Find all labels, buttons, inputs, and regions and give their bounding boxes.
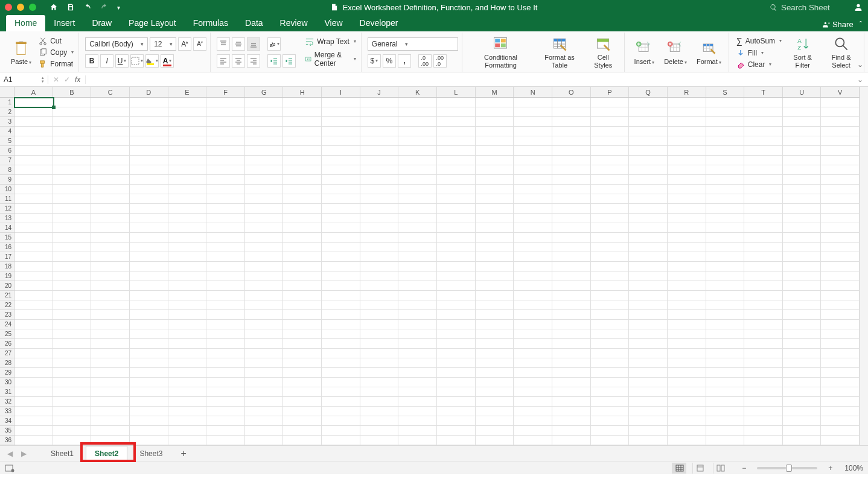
align-bottom-button[interactable] [247, 37, 260, 51]
col-header-L[interactable]: L [437, 87, 476, 97]
fill-color-button[interactable] [145, 54, 159, 68]
increase-decimal-button[interactable]: .0.00 [418, 54, 432, 68]
delete-cells-button[interactable]: Delete [660, 39, 691, 66]
col-header-O[interactable]: O [552, 87, 591, 97]
account-icon[interactable] [854, 2, 863, 12]
sheet-tab-2[interactable]: Sheet2 [86, 446, 127, 461]
col-header-V[interactable]: V [821, 87, 860, 97]
tab-formulas[interactable]: Formulas [185, 15, 237, 31]
tab-view[interactable]: View [316, 15, 351, 31]
align-top-button[interactable] [217, 37, 230, 51]
tab-home[interactable]: Home [6, 15, 45, 31]
expand-formula-bar-icon[interactable]: ⌄ [852, 75, 868, 84]
sheet-nav-prev[interactable]: ◀ [5, 449, 15, 458]
increase-indent-button[interactable] [282, 54, 296, 68]
tab-page-layout[interactable]: Page Layout [120, 15, 185, 31]
home-icon[interactable] [49, 3, 58, 11]
row-header-14[interactable]: 14 [0, 223, 14, 233]
find-select-button[interactable]: Find & Select [822, 34, 860, 69]
increase-font-button[interactable]: A▴ [178, 37, 191, 51]
row-header-29[interactable]: 29 [0, 368, 14, 378]
number-format-dropdown[interactable]: General▾ [368, 37, 458, 51]
row-header-11[interactable]: 11 [0, 194, 14, 204]
row-header-8[interactable]: 8 [0, 165, 14, 175]
row-header-3[interactable]: 3 [0, 117, 14, 127]
row-header-1[interactable]: 1 [0, 98, 14, 107]
borders-button[interactable] [130, 54, 144, 68]
col-header-J[interactable]: J [360, 87, 399, 97]
col-header-I[interactable]: I [322, 87, 360, 97]
font-color-button[interactable]: A [161, 54, 174, 68]
maximize-window[interactable] [29, 4, 36, 11]
col-header-C[interactable]: C [91, 87, 130, 97]
row-header-36[interactable]: 36 [0, 436, 14, 445]
align-left-button[interactable] [217, 54, 230, 68]
comma-button[interactable]: , [398, 54, 411, 68]
row-header-18[interactable]: 18 [0, 262, 14, 271]
decrease-font-button[interactable]: A▾ [193, 37, 206, 51]
row-header-25[interactable]: 25 [0, 329, 14, 339]
italic-button[interactable]: I [100, 54, 113, 68]
row-header-7[interactable]: 7 [0, 156, 14, 165]
underline-button[interactable]: U [115, 54, 129, 68]
row-header-31[interactable]: 31 [0, 387, 14, 397]
normal-view-button[interactable] [672, 463, 686, 474]
decrease-decimal-button[interactable]: .00.0 [433, 54, 447, 68]
row-header-34[interactable]: 34 [0, 416, 14, 426]
name-box-stepper-icon[interactable]: ▴▾ [42, 76, 44, 83]
active-cell[interactable] [14, 98, 54, 107]
sheet-nav-next[interactable]: ▶ [19, 449, 29, 458]
row-header-24[interactable]: 24 [0, 320, 14, 329]
merge-center-button[interactable]: Merge & Center [304, 50, 357, 68]
row-header-33[interactable]: 33 [0, 407, 14, 416]
tab-developer[interactable]: Developer [351, 15, 407, 31]
clear-button[interactable]: Clear [735, 60, 783, 69]
row-header-26[interactable]: 26 [0, 339, 14, 349]
col-header-R[interactable]: R [668, 87, 706, 97]
col-header-A[interactable]: A [14, 87, 53, 97]
row-header-22[interactable]: 22 [0, 300, 14, 310]
select-all-corner[interactable] [0, 87, 14, 98]
row-header-20[interactable]: 20 [0, 281, 14, 291]
zoom-out-button[interactable]: − [742, 464, 746, 472]
qat-dropdown-icon[interactable]: ▾ [117, 4, 120, 11]
row-header-35[interactable]: 35 [0, 426, 14, 436]
fill-button[interactable]: Fill [735, 48, 783, 58]
col-header-P[interactable]: P [591, 87, 630, 97]
col-header-E[interactable]: E [168, 87, 207, 97]
col-header-N[interactable]: N [514, 87, 552, 97]
vertical-scrollbar[interactable] [860, 87, 868, 445]
name-box[interactable]: A1 ▴▾ [0, 75, 48, 84]
row-header-30[interactable]: 30 [0, 378, 14, 387]
row-header-2[interactable]: 2 [0, 107, 14, 117]
orientation-button[interactable]: ab [267, 37, 281, 51]
insert-cells-button[interactable]: Insert [631, 39, 659, 66]
undo-icon[interactable] [83, 3, 92, 11]
col-header-K[interactable]: K [398, 87, 437, 97]
col-header-Q[interactable]: Q [629, 87, 668, 97]
autosum-button[interactable]: ∑AutoSum [735, 36, 783, 46]
col-header-T[interactable]: T [744, 87, 783, 97]
cell-styles-button[interactable]: Cell Styles [586, 34, 621, 69]
sheet-tab-3[interactable]: Sheet3 [131, 446, 171, 461]
redo-icon[interactable] [100, 3, 109, 11]
currency-button[interactable]: $ [368, 54, 381, 68]
format-as-table-button[interactable]: Format as Table [535, 34, 584, 69]
tab-insert[interactable]: Insert [45, 15, 83, 31]
tab-draw[interactable]: Draw [83, 15, 120, 31]
formula-bar-expand-icon[interactable]: ⌄ [857, 60, 863, 69]
col-header-S[interactable]: S [706, 87, 745, 97]
format-painter-button[interactable]: Format [37, 59, 75, 69]
decrease-indent-button[interactable] [267, 54, 281, 68]
font-name-dropdown[interactable]: Calibri (Body)▾ [85, 37, 148, 51]
add-sheet-button[interactable]: + [174, 448, 192, 459]
sheet-tab-1[interactable]: Sheet1 [42, 446, 82, 461]
paste-button[interactable]: Paste [7, 39, 35, 66]
fx-icon[interactable]: fx [75, 75, 80, 84]
percent-button[interactable]: % [383, 54, 396, 68]
search-sheet[interactable] [770, 3, 847, 12]
col-header-H[interactable]: H [283, 87, 322, 97]
font-size-dropdown[interactable]: 12▾ [150, 37, 176, 51]
bold-button[interactable]: B [85, 54, 98, 68]
col-header-M[interactable]: M [476, 87, 514, 97]
